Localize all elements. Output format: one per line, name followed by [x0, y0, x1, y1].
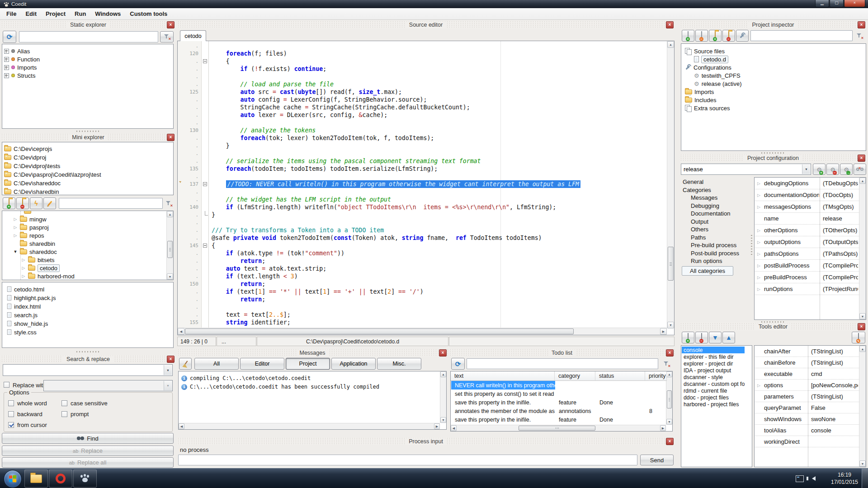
tool-property-row[interactable]: workingDirect [755, 436, 859, 447]
messages-list[interactable]: ▲ ▼ ◀ ▶ icompiling C:\...\cetodo\cetodo.… [178, 371, 447, 430]
todo-column-text[interactable]: text [451, 371, 555, 381]
todo-row[interactable]: save this property in the inifile.featur… [451, 415, 666, 424]
taskbar-clock[interactable]: 16:19 17/01/2015 [826, 471, 863, 486]
close-icon[interactable]: × [666, 349, 674, 357]
splitter[interactable] [1, 130, 175, 132]
tool-item-ida-project-output[interactable]: IDA - project output [682, 367, 745, 374]
file-item-style-css[interactable]: style.css [7, 328, 171, 336]
code-line[interactable]: . auto text = atok.text.strip; [178, 265, 667, 272]
find-button[interactable]: Find [2, 433, 174, 444]
menu-custom-tools[interactable]: Custom tools [125, 9, 172, 19]
message-item[interactable]: iC:\...\cetodo\cetodo.coedit has been su… [181, 383, 379, 391]
taskbar-opera-button[interactable] [49, 469, 72, 488]
code-line[interactable]: . [178, 150, 667, 157]
todo-filter-input[interactable] [467, 358, 658, 369]
messages-tab-all[interactable]: All [194, 358, 239, 370]
close-button[interactable]: × [844, 0, 865, 7]
add-folder-button[interactable]: + [709, 30, 722, 42]
code-line[interactable]: . // serialize the items using the pasca… [178, 157, 667, 165]
config-category-run-options[interactable]: Run options [691, 257, 722, 265]
editor-tab-cetodo[interactable]: cetodo [180, 30, 206, 41]
start-button[interactable] [4, 470, 22, 488]
tree-item-sharedbin[interactable]: sharedbin [13, 239, 171, 248]
tree-vertical-scrollbar[interactable]: ▲▼ [166, 211, 173, 280]
configuration-select[interactable]: release▼ [681, 164, 811, 175]
config-property-grid[interactable]: ▲ ▼ ▷debugingOptions(TDebugOpts)▷documen… [754, 177, 866, 320]
config-category-debugging[interactable]: Debugging [691, 202, 719, 210]
fold-marker-icon[interactable] [203, 59, 207, 63]
config-grid-scrollbar[interactable]: ▲ ▼ [859, 178, 866, 319]
favorite-remove-button[interactable]: − [16, 197, 29, 209]
rename-button[interactable] [43, 197, 56, 209]
replace-term-combo[interactable]: ▼ [43, 380, 173, 391]
code-line[interactable]: . [178, 173, 667, 180]
messages-vertical-scrollbar[interactable]: ▲ ▼ [440, 371, 446, 423]
expand-icon[interactable] [4, 73, 9, 78]
expand-icon[interactable] [4, 65, 9, 70]
messages-tab-editor[interactable]: Editor [240, 358, 284, 370]
config-property-row[interactable]: ▷debugingOptions(TDebugOpts) [755, 178, 859, 189]
mini-explorer-favorites[interactable]: ★C:\Dev\ceprojs★C:\Dev\dproj★C:\Dev\dpro… [2, 142, 174, 195]
tool-property-grid[interactable]: ▲ ▼ chainAfter(TStringList)chainBefore(T… [754, 345, 866, 467]
expand-icon[interactable]: ▷ [757, 287, 760, 291]
code-line[interactable]: . StringCache cache = StringCache(String… [178, 103, 667, 111]
tree-item-structs[interactable]: Structs [4, 71, 171, 80]
tree-item-mingw[interactable]: ▷mingw [13, 215, 171, 223]
scrollbar-thumb[interactable] [185, 328, 574, 334]
chevron-down-icon[interactable]: ▼ [164, 365, 172, 375]
menu-file[interactable]: File [2, 9, 21, 19]
chevron-collapsed-icon[interactable]: ▷ [21, 274, 26, 278]
todo-column-priority[interactable]: priority [645, 371, 667, 381]
tool-move-down-button[interactable]: ▼ [709, 332, 722, 343]
favorite-folder[interactable]: ★C:\Dev\shareddoc [4, 179, 171, 187]
menu-run[interactable]: Run [70, 9, 90, 19]
code-editor[interactable]: .120 foreach(f; files). {. if (!f.exists… [177, 41, 675, 335]
config-unlink-button[interactable]: × [854, 164, 866, 175]
tree-item-harbored-mod[interactable]: ▷harbored-mod [21, 272, 171, 280]
expand-icon[interactable]: ▷ [757, 240, 760, 244]
mini-explorer-tree[interactable]: ▷mingw▷pasproj▷repossharedbin▼shareddoc▷… [2, 211, 174, 280]
message-item[interactable]: icompiling C:\...\cetodo\cetodo.coedit [181, 374, 311, 382]
file-item-highlight-pack-js[interactable]: highlight.pack.js [7, 294, 171, 302]
code-line[interactable]: . foreach(tok; lexer) token2TodoItem(tok… [178, 134, 667, 142]
close-icon[interactable]: × [858, 155, 865, 162]
code-line[interactable]: . return; [178, 257, 667, 265]
expand-icon[interactable]: ▷ [757, 263, 760, 268]
messages-clear-button[interactable] [179, 358, 192, 370]
tree-item-pasproj[interactable]: ▷pasproj [13, 223, 171, 231]
todo-column-status[interactable]: status [595, 371, 645, 381]
config-add-button[interactable]: ⚙+ [813, 164, 826, 175]
messages-tab-application[interactable]: Application [331, 358, 376, 370]
scroll-down-icon[interactable]: ▼ [667, 322, 674, 328]
code-line[interactable]: 150 return; [178, 280, 667, 288]
code-line[interactable]: . [178, 303, 667, 311]
checkbox-backward[interactable] [8, 411, 14, 417]
code-line[interactable]: . if (atok.type != (tok!"comment")) [178, 249, 667, 257]
tool-property-row[interactable]: parameters(TStringList) [755, 391, 859, 402]
send-button[interactable]: Send [640, 455, 674, 465]
expand-icon[interactable]: ▷ [757, 193, 760, 197]
menu-edit[interactable]: Edit [21, 9, 41, 19]
scrollbar-thumb[interactable] [167, 241, 173, 258]
tree-item-imports[interactable]: Imports [4, 63, 171, 71]
file-item-index-html[interactable]: index.html [7, 302, 171, 310]
taskbar-coedit-button[interactable] [73, 469, 97, 488]
code-line[interactable]: . // the widget has the LFM script in th… [178, 196, 667, 203]
tool-item-ddoc-project-files[interactable]: ddoc - project files [682, 394, 745, 401]
expand-icon[interactable]: ▷ [757, 205, 760, 209]
close-icon[interactable]: × [666, 438, 674, 445]
favorite-folder[interactable]: ★C:\Dev\ceprojs [4, 145, 171, 153]
inspector-item-extra-sources[interactable]: Extra sources [685, 104, 864, 112]
shell-open-button[interactable]: ϟ [30, 197, 42, 209]
chevron-collapsed-icon[interactable]: ▷ [13, 225, 18, 230]
static-explorer-filter-input[interactable] [19, 31, 158, 42]
code-line[interactable]: . [178, 42, 667, 50]
replace-all-button[interactable]: abReplace all [2, 457, 174, 468]
menu-project[interactable]: Project [41, 9, 70, 19]
tools-grid-scrollbar[interactable]: ▲ ▼ [859, 346, 866, 467]
scroll-up-icon[interactable]: ▲ [667, 41, 674, 48]
config-category-all-categories[interactable]: All categories [682, 266, 733, 276]
scrollbar-thumb[interactable] [667, 390, 672, 408]
file-item-cetodo-html[interactable]: cetodo.html [7, 285, 171, 293]
static-explorer-refresh-button[interactable]: ⟳ [3, 31, 16, 43]
